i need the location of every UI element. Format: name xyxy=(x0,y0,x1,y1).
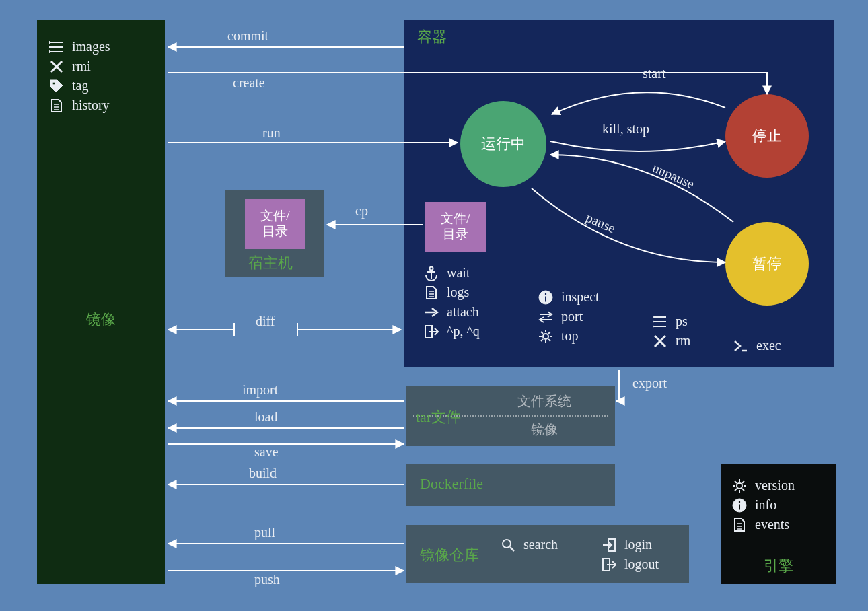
swap-icon xyxy=(538,310,553,324)
edge-create: create xyxy=(233,75,265,91)
tar-img: 镜像 xyxy=(531,421,558,439)
port-cmd: port xyxy=(538,309,600,324)
edge-build: build xyxy=(249,466,277,481)
detach-cmd: ^p, ^q xyxy=(424,324,480,339)
rm-cmd: rm xyxy=(653,333,690,349)
gears-icon xyxy=(538,329,553,344)
host-file-tile: 文件/ 目录 xyxy=(245,199,305,249)
version-cmd: version xyxy=(732,478,825,493)
edge-cp: cp xyxy=(355,203,368,219)
events-cmd: events xyxy=(732,517,825,532)
anchor-icon xyxy=(424,266,439,281)
tar-fs: 文件系统 xyxy=(517,392,571,410)
edge-export: export xyxy=(632,375,667,391)
host-panel: 文件/ 目录 宿主机 xyxy=(225,190,324,277)
prompt-icon xyxy=(733,338,748,353)
file-icon xyxy=(49,98,64,113)
edge-commit: commit xyxy=(227,28,268,44)
inspect-cmd: inspect xyxy=(538,289,600,305)
tar-label: tar文件 xyxy=(416,407,461,427)
edge-load: load xyxy=(254,409,277,425)
label: tag xyxy=(72,78,88,94)
images-cmd: images xyxy=(49,39,153,55)
exec-cmd: exec xyxy=(733,338,781,353)
wait-cmd: wait xyxy=(424,265,480,281)
logout-icon xyxy=(602,557,616,572)
container-panel: 容器 运行中 停止 暂停 文件/ 目录 wait logs attach ^p,… xyxy=(404,20,834,367)
edge-diff: diff xyxy=(256,314,275,329)
logout-cmd: logout xyxy=(602,556,659,572)
label: history xyxy=(72,98,110,113)
engine-title: 引擎 xyxy=(764,556,793,576)
engine-box: version info events 引擎 xyxy=(721,464,836,584)
logs-cmd: logs xyxy=(424,285,480,300)
exit-icon xyxy=(424,324,439,339)
container-file-tile: 文件/ 目录 xyxy=(425,202,486,252)
registry-box: 镜像仓库 search login logout xyxy=(406,525,689,583)
info-cmd: info xyxy=(732,497,825,513)
edge-run: run xyxy=(262,125,281,141)
list-icon xyxy=(49,40,64,55)
gear-icon xyxy=(732,478,747,493)
label: images xyxy=(72,39,110,55)
rmi-cmd: rmi xyxy=(49,59,153,74)
images-panel: images rmi tag history 镜像 xyxy=(37,20,165,584)
dockerfile-label: Dockerfile xyxy=(420,475,483,493)
host-title: 宿主机 xyxy=(248,253,293,273)
search-icon xyxy=(501,538,515,552)
edge-start: start xyxy=(643,66,665,81)
registry-label: 镜像仓库 xyxy=(420,545,479,565)
ps-cmd: ps xyxy=(653,314,690,329)
info-icon xyxy=(538,290,553,305)
search-cmd: search xyxy=(501,537,558,552)
dockerfile-box: Dockerfile xyxy=(406,464,615,506)
state-stopped: 停止 xyxy=(725,94,809,178)
login-cmd: login xyxy=(602,537,659,552)
history-cmd: history xyxy=(49,98,153,113)
edge-import: import xyxy=(242,382,278,398)
file-icon xyxy=(424,285,439,300)
arrow-right-icon xyxy=(424,305,439,320)
state-paused: 暂停 xyxy=(725,222,809,306)
tag-cmd: tag xyxy=(49,78,153,94)
container-title: 容器 xyxy=(417,27,447,47)
top-cmd: top xyxy=(538,328,600,344)
edge-push: push xyxy=(254,572,280,587)
tar-box: 文件系统 tar文件 镜像 xyxy=(406,386,615,446)
attach-cmd: attach xyxy=(424,304,480,320)
x-icon xyxy=(49,59,64,74)
state-running: 运行中 xyxy=(460,101,546,187)
x-icon xyxy=(653,334,667,349)
info-icon xyxy=(732,498,747,513)
file-icon xyxy=(732,517,747,532)
edge-killstop: kill, stop xyxy=(602,121,649,137)
edge-save: save xyxy=(254,444,279,460)
tag-icon xyxy=(49,79,64,94)
list-icon xyxy=(653,314,667,329)
images-title: 镜像 xyxy=(86,310,116,330)
edge-pull: pull xyxy=(254,525,275,540)
label: rmi xyxy=(72,59,91,74)
login-icon xyxy=(602,538,616,552)
